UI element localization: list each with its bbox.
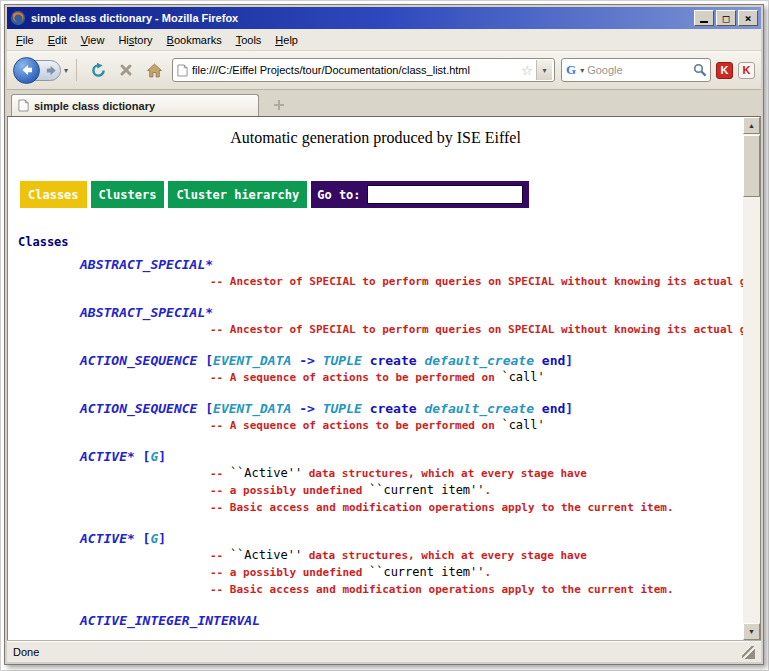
text-segment: create	[370, 401, 417, 416]
class-link[interactable]: ACTIVE*	[80, 449, 135, 464]
class-name-line[interactable]: ACTION_SEQUENCE [EVENT_DATA -> TUPLE cre…	[80, 353, 743, 369]
text-segment: data structures, which at every stage ha…	[302, 549, 587, 562]
menu-bar: FileEditViewHistoryBookmarksToolsHelp	[7, 29, 761, 51]
classes-button[interactable]: Classes	[20, 181, 87, 208]
clusters-button[interactable]: Clusters	[91, 181, 165, 208]
text-segment: .	[485, 484, 492, 497]
class-name-line[interactable]: ABSTRACT_SPECIAL*	[80, 305, 743, 321]
browser-window: simple class dictionary - Mozilla Firefo…	[4, 4, 764, 665]
class-entry: ACTIVE* [G]-- ``Active'' data structures…	[8, 449, 743, 516]
menu-help[interactable]: Help	[268, 31, 305, 49]
class-entry: ACTIVE* [G]-- ``Active'' data structures…	[8, 531, 743, 598]
firefox-icon	[10, 10, 26, 26]
browser-viewport: Automatic generation produced by ISE Eif…	[7, 116, 761, 641]
class-link[interactable]: ACTION_SEQUENCE	[80, 401, 197, 416]
class-link[interactable]: ABSTRACT_SPECIAL*	[80, 305, 213, 320]
class-name-line[interactable]: ACTIVE* [G]	[80, 449, 743, 465]
goto-cell: Go to:	[311, 181, 528, 208]
minimize-icon	[700, 21, 708, 23]
status-text: Done	[13, 646, 39, 658]
scroll-up-button[interactable]: ▲	[743, 117, 760, 134]
title-bar: simple class dictionary - Mozilla Firefo…	[7, 7, 761, 29]
address-bar[interactable]: file:///C:/Eiffel Projects/tour/Document…	[172, 58, 555, 82]
menu-edit[interactable]: Edit	[41, 31, 74, 49]
toolbar-separator	[76, 59, 77, 81]
stop-icon	[119, 63, 133, 77]
text-segment: -- Basic access and modification operati…	[210, 501, 674, 514]
class-name-line[interactable]: ACTIVE_INTEGER_INTERVAL	[80, 613, 743, 629]
text-segment: ->	[291, 353, 322, 368]
class-link[interactable]: ACTION_SEQUENCE	[80, 353, 197, 368]
tab-strip-icon[interactable]	[271, 97, 287, 113]
class-name-line[interactable]: ABSTRACT_SPECIAL*	[80, 257, 743, 273]
text-segment: default_create	[424, 353, 534, 368]
text-segment: -- Ancestor of SPECIAL to perform querie…	[210, 275, 743, 288]
class-comment-line: -- Ancestor of SPECIAL to perform querie…	[210, 273, 743, 290]
class-link[interactable]: ACTIVE_INTEGER_INTERVAL	[80, 613, 260, 628]
tab-simple-class-dictionary[interactable]: simple class dictionary	[11, 94, 259, 116]
text-segment: --	[210, 549, 230, 562]
history-dropdown-icon[interactable]: ▾	[61, 66, 71, 75]
class-comment-line: -- A sequence of actions to be performed…	[210, 417, 743, 434]
class-entry: ABSTRACT_SPECIAL*-- Ancestor of SPECIAL …	[8, 305, 743, 338]
scrollbar-thumb[interactable]	[743, 135, 760, 197]
text-segment: default_create	[424, 401, 534, 416]
class-entry: ABSTRACT_SPECIAL*-- Ancestor of SPECIAL …	[8, 257, 743, 290]
reload-icon	[90, 62, 107, 79]
page-nav-row: Classes Clusters Cluster hierarchy Go to…	[20, 181, 743, 208]
url-dropdown-button[interactable]: ▾	[536, 60, 552, 80]
text-segment: ``current item''	[369, 483, 485, 497]
text-segment: [	[135, 449, 151, 464]
home-button[interactable]	[142, 58, 166, 82]
back-button[interactable]	[13, 57, 40, 84]
text-segment: end	[542, 353, 565, 368]
class-comment-line: -- Basic access and modification operati…	[210, 581, 743, 598]
goto-label: Go to:	[317, 188, 360, 202]
tab-title: simple class dictionary	[34, 100, 155, 112]
search-bar[interactable]: G ▾ Google	[561, 58, 711, 82]
minimize-button[interactable]	[694, 10, 714, 26]
menu-history[interactable]: History	[111, 31, 159, 49]
tab-bar: simple class dictionary	[7, 90, 761, 116]
search-engine-dropdown-icon[interactable]: ▾	[577, 66, 587, 75]
class-comment-line: -- ``Active'' data structures, which at …	[210, 547, 743, 564]
menu-file[interactable]: File	[9, 31, 41, 49]
class-entry: ACTIVE_INTEGER_INTERVAL	[8, 613, 743, 629]
bookmark-star-icon[interactable]: ☆	[518, 64, 536, 77]
scroll-down-button[interactable]: ▼	[743, 623, 760, 640]
extension-icon-2[interactable]: K	[738, 62, 755, 79]
maximize-button[interactable]: □	[716, 10, 736, 26]
class-link[interactable]: ABSTRACT_SPECIAL*	[80, 257, 213, 272]
search-input[interactable]: Google	[587, 64, 693, 76]
text-segment: ``Active''	[230, 548, 302, 562]
menu-view[interactable]: View	[74, 31, 112, 49]
class-name-line[interactable]: ACTIVE* [G]	[80, 531, 743, 547]
text-segment: EVENT_DATA	[213, 401, 291, 416]
text-segment: -- a possibly undefined	[210, 566, 369, 579]
menu-tools[interactable]: Tools	[229, 31, 269, 49]
goto-input[interactable]	[367, 185, 523, 204]
text-segment: -- a possibly undefined	[210, 484, 369, 497]
menu-bookmarks[interactable]: Bookmarks	[160, 31, 229, 49]
search-icon[interactable]	[693, 63, 707, 77]
cluster-hierarchy-button[interactable]: Cluster hierarchy	[168, 181, 307, 208]
resize-grip[interactable]	[742, 646, 755, 659]
url-text[interactable]: file:///C:/Eiffel Projects/tour/Document…	[192, 64, 518, 76]
class-comment-line: -- a possibly undefined ``current item''…	[210, 564, 743, 581]
reload-button[interactable]	[86, 58, 110, 82]
class-name-line[interactable]: ACTION_SEQUENCE [EVENT_DATA -> TUPLE cre…	[80, 401, 743, 417]
class-link[interactable]: ACTIVE*	[80, 531, 135, 546]
text-segment	[362, 401, 370, 416]
page-content: Automatic generation produced by ISE Eif…	[8, 117, 743, 640]
page-heading: Automatic generation produced by ISE Eif…	[8, 129, 743, 147]
vertical-scrollbar[interactable]: ▲ ▼	[743, 117, 760, 640]
close-button[interactable]: ×	[738, 10, 758, 26]
text-segment	[534, 401, 542, 416]
extension-icon-1[interactable]: K	[716, 62, 733, 79]
text-segment: -- Ancestor of SPECIAL to perform querie…	[210, 323, 743, 336]
home-icon	[146, 62, 163, 79]
text-segment: ``Active''	[230, 466, 302, 480]
text-segment: ->	[291, 401, 322, 416]
text-segment: ]	[158, 449, 166, 464]
stop-button[interactable]	[114, 58, 138, 82]
